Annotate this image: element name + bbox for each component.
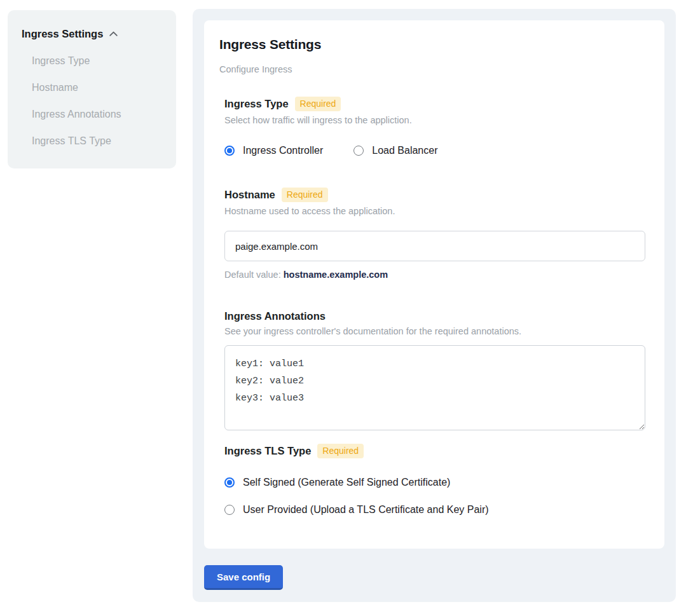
sidebar-group-ingress-settings[interactable]: Ingress Settings	[22, 28, 162, 40]
radio-ingress-controller[interactable]: Ingress Controller	[224, 145, 323, 156]
ingress-settings-card: Ingress Settings Configure Ingress Ingre…	[204, 20, 664, 549]
radio-user-provided[interactable]: User Provided (Upload a TLS Certificate …	[224, 504, 645, 516]
page-title: Ingress Settings	[219, 37, 645, 52]
section-ingress-tls-type: Ingress TLS Type Required Self Signed (G…	[224, 444, 645, 516]
radio-label: Load Balancer	[372, 145, 437, 156]
ingress-tls-type-label: Ingress TLS Type	[224, 445, 311, 457]
radio-label: User Provided (Upload a TLS Certificate …	[243, 504, 489, 516]
hostname-description: Hostname used to access the application.	[224, 206, 645, 216]
settings-sidebar: Ingress Settings Ingress Type Hostname I…	[8, 10, 176, 168]
section-hostname: Hostname Required Hostname used to acces…	[224, 188, 645, 280]
radio-icon	[224, 477, 235, 488]
hostname-label: Hostname	[224, 189, 275, 201]
required-badge: Required	[295, 97, 341, 111]
required-badge: Required	[282, 188, 328, 202]
sidebar-item-ingress-type[interactable]: Ingress Type	[32, 55, 162, 67]
chevron-up-icon	[108, 29, 119, 39]
radio-load-balancer[interactable]: Load Balancer	[353, 145, 437, 156]
page-subtitle: Configure Ingress	[219, 64, 645, 74]
save-config-button[interactable]: Save config	[204, 565, 283, 590]
radio-label: Self Signed (Generate Self Signed Certif…	[243, 477, 450, 488]
sidebar-item-ingress-annotations[interactable]: Ingress Annotations	[32, 109, 162, 120]
sidebar-group-label: Ingress Settings	[22, 28, 103, 40]
ingress-type-description: Select how traffic will ingress to the a…	[224, 115, 645, 125]
radio-icon	[224, 146, 235, 156]
sidebar-item-hostname[interactable]: Hostname	[32, 82, 162, 93]
section-ingress-type: Ingress Type Required Select how traffic…	[224, 97, 645, 156]
required-badge: Required	[317, 444, 364, 458]
hostname-default-prefix: Default value:	[224, 270, 284, 280]
ingress-annotations-textarea[interactable]: key1: value1 key2: value2 key3: value3	[224, 345, 645, 430]
sidebar-item-ingress-tls-type[interactable]: Ingress TLS Type	[32, 135, 162, 147]
radio-icon	[224, 505, 235, 515]
hostname-input[interactable]	[224, 231, 645, 261]
ingress-type-label: Ingress Type	[224, 98, 289, 110]
hostname-default-hint: Default value: hostname.example.com	[224, 270, 645, 280]
radio-label: Ingress Controller	[243, 145, 323, 156]
section-ingress-annotations: Ingress Annotations See your ingress con…	[224, 310, 645, 430]
ingress-annotations-description: See your ingress controller's documentat…	[224, 326, 645, 336]
ingress-annotations-label: Ingress Annotations	[224, 310, 326, 322]
radio-icon	[353, 146, 364, 156]
hostname-default-value: hostname.example.com	[284, 270, 388, 280]
ingress-settings-panel: Ingress Settings Configure Ingress Ingre…	[193, 9, 676, 602]
radio-self-signed[interactable]: Self Signed (Generate Self Signed Certif…	[224, 477, 645, 488]
